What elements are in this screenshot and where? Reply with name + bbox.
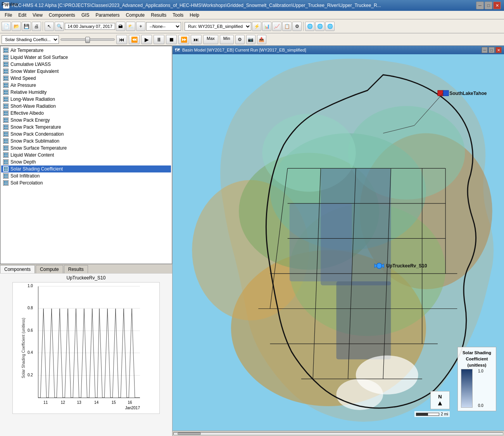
globe3-button[interactable]: 🌐	[325, 22, 335, 31]
scrollbar-thumb[interactable]	[178, 433, 201, 435]
grid-icon-13	[3, 138, 9, 144]
tree-item-solar-shading[interactable]: Solar Shading Coefficient	[1, 165, 171, 172]
grid-icon-18	[3, 173, 9, 179]
tree-item-label: Snow Pack Temperature	[10, 124, 61, 130]
grid-icon-8	[3, 103, 9, 109]
tree-item-label: Solar Shading Coefficient	[10, 166, 63, 172]
play-button[interactable]: ▶	[141, 35, 152, 44]
tree-item-longwave[interactable]: Long-Wave Radiation	[1, 96, 171, 103]
add-button[interactable]: +	[136, 22, 145, 31]
map-close-button[interactable]: ✕	[495, 47, 502, 53]
skip-back-button[interactable]: ⏮	[116, 35, 127, 44]
globe2-button[interactable]: 🌐	[315, 22, 324, 31]
tree-item-surface-temp[interactable]: Snow Surface Temperature	[1, 145, 171, 152]
tree-item-cumulative[interactable]: Cumulative LWASS	[1, 61, 171, 68]
y-tick-02: 0.2	[28, 373, 33, 377]
menu-edit[interactable]: Edit	[15, 12, 29, 19]
globe1-button[interactable]: 🌐	[305, 22, 314, 31]
menu-tools[interactable]: Tools	[169, 12, 186, 19]
tree-item-air-pressure[interactable]: Air Pressure	[1, 82, 171, 89]
tab-results[interactable]: Results	[64, 265, 88, 273]
tree-item-label: Relative Humidity	[10, 90, 47, 95]
scale-text: 2 mi	[441, 412, 448, 416]
separator-2	[183, 22, 183, 31]
tab-components[interactable]: Components	[0, 265, 35, 274]
separator-3	[303, 22, 304, 31]
menu-gis[interactable]: GIS	[78, 12, 93, 19]
compute2-button[interactable]: 📊	[262, 22, 271, 31]
grid-icon-12	[3, 131, 9, 137]
menu-components[interactable]: Components	[46, 12, 78, 19]
tree-item-snow-water[interactable]: Snow Water Equivalent	[1, 68, 171, 75]
new-button[interactable]: 📄	[2, 22, 11, 31]
tree-item-snow-depth[interactable]: Snow Depth	[1, 159, 171, 165]
slider-thumb[interactable]	[85, 37, 90, 43]
menu-compute[interactable]: Compute	[123, 12, 148, 19]
scrollbar-track[interactable]	[173, 432, 503, 435]
x-tick-12: 12	[61, 400, 65, 405]
export-button[interactable]: 📤	[257, 35, 266, 44]
menu-view[interactable]: View	[29, 12, 46, 19]
tree-item-label: Short-Wave Radiation	[10, 103, 56, 109]
zoom-button[interactable]: 🔍	[55, 22, 64, 31]
max-speed-button[interactable]: Max	[203, 35, 218, 44]
tree-item-snow-pack-energy[interactable]: Snow Pack Energy	[1, 117, 171, 124]
legend-max: 1.0	[478, 369, 483, 373]
step-forward-button[interactable]: ⏩	[178, 35, 189, 44]
none-select[interactable]: --None--	[146, 22, 181, 31]
minimize-button[interactable]: ─	[476, 2, 484, 9]
tree-item-soil-percolation[interactable]: Soil Percolation	[1, 179, 171, 186]
tree-item-liquid-water[interactable]: Liquid Water at Soil Surface	[1, 54, 171, 61]
grid-icon-2	[3, 62, 9, 67]
tree-item-sublimation[interactable]: Snow Pack Sublimation	[1, 138, 171, 145]
preview-panel: Preview UpTruckeeRv_S10 Solar Shading Co…	[0, 273, 172, 436]
tree-item-label: Snow Depth	[10, 159, 36, 165]
tree-item-soil-infiltration[interactable]: Soil Infiltration	[1, 172, 171, 179]
run-select[interactable]: Run: WY2017_EB_simplified	[185, 22, 251, 31]
tree-item-humidity[interactable]: Relative Humidity	[1, 89, 171, 96]
chart-container: Solar Shading Coefficient (unitless) 0.2…	[12, 282, 160, 414]
x-tick-13: 13	[77, 400, 81, 405]
tab-compute[interactable]: Compute	[36, 265, 63, 273]
options-button[interactable]: ⚙	[292, 22, 302, 31]
tree-view[interactable]: Air Temperature Liquid Water at Soil Sur…	[0, 46, 172, 264]
stop-button[interactable]: ⏹	[166, 35, 177, 44]
map-minimize-button[interactable]: ─	[482, 47, 488, 53]
min-speed-button[interactable]: Min	[220, 35, 234, 44]
menu-file[interactable]: File	[2, 12, 15, 19]
tree-item-wind[interactable]: Wind Speed	[1, 75, 171, 82]
menu-parameters[interactable]: Parameters	[93, 12, 123, 19]
timeline-slider[interactable]	[60, 38, 115, 41]
camera-button[interactable]: 📷	[246, 35, 255, 44]
results-button[interactable]: 📈	[272, 22, 281, 31]
maximize-button[interactable]: □	[485, 2, 492, 9]
map-scrollbar-horizontal[interactable]	[173, 431, 504, 436]
legend-min: 0.0	[478, 403, 483, 408]
open-button[interactable]: 📂	[12, 22, 21, 31]
tree-item-air-temperature[interactable]: Air Temperature	[1, 47, 171, 54]
tree-item-condensation[interactable]: Snow Pack Condensation	[1, 131, 171, 138]
menu-results[interactable]: Results	[148, 12, 169, 19]
menu-help[interactable]: Help	[186, 12, 202, 19]
compute-run-button[interactable]: ⚡	[252, 22, 261, 31]
settings-button[interactable]: ⚙	[235, 35, 245, 44]
print-button[interactable]: 🖨	[32, 22, 41, 31]
north-arrow: N ▲	[430, 391, 450, 409]
basin-button[interactable]: 🏔	[116, 22, 125, 31]
close-button[interactable]: ✕	[493, 2, 501, 9]
tree-item-snow-pack-temp[interactable]: Snow Pack Temperature	[1, 124, 171, 131]
pause-button[interactable]: ⏸	[154, 35, 164, 44]
tree-item-albedo[interactable]: Effective Albedo	[1, 110, 171, 117]
met-button[interactable]: ⛅	[126, 22, 135, 31]
step-back-button[interactable]: ⏪	[129, 35, 140, 44]
tree-item-shortwave[interactable]: Short-Wave Radiation	[1, 103, 171, 110]
tree-item-liquid-content[interactable]: Liquid Water Content	[1, 152, 171, 159]
map-maximize-button[interactable]: □	[488, 47, 495, 53]
select-button[interactable]: ↖	[45, 22, 54, 31]
skip-forward-button[interactable]: ⏭	[191, 35, 202, 44]
reports-button[interactable]: 📋	[282, 22, 292, 31]
map-content[interactable]: SouthLakeTahoe UpTruckeeRv_S10 N ▲	[173, 54, 504, 431]
variable-select[interactable]: Solar Shading Coeffici...	[2, 35, 59, 44]
north-arrow-symbol: ▲	[433, 400, 447, 407]
save-button[interactable]: 💾	[22, 22, 31, 31]
